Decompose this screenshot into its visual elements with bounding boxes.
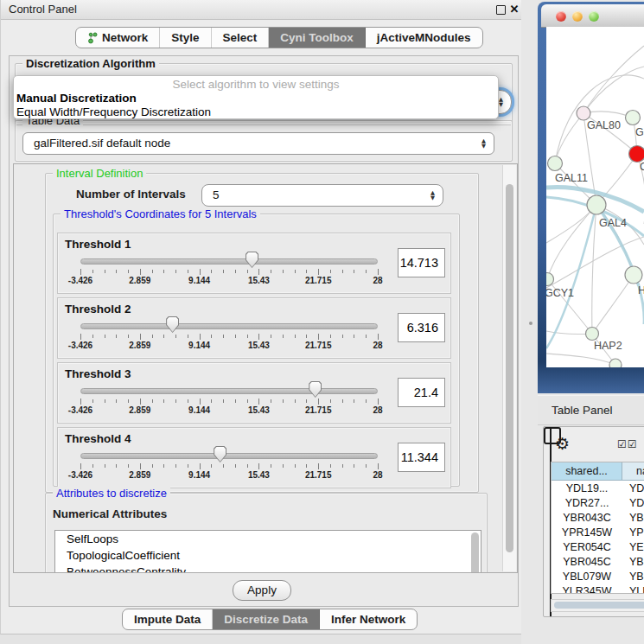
network-node-label: C bbox=[640, 161, 644, 173]
table-cell[interactable]: YER054C bbox=[552, 540, 622, 555]
table-cell[interactable]: YLR3 bbox=[622, 584, 644, 594]
panel-divider[interactable] bbox=[521, 0, 538, 644]
numerical-attributes-list[interactable]: SelfLoopsTopologicalCoefficientBetweenne… bbox=[54, 530, 481, 573]
close-icon[interactable]: ✕ bbox=[508, 3, 520, 16]
tick-label: 21.715 bbox=[305, 405, 332, 415]
table-cell[interactable]: YBR0 bbox=[622, 555, 644, 570]
table-row[interactable]: YBL079WYBL0 bbox=[552, 570, 644, 584]
tick-label: 2.859 bbox=[129, 341, 150, 350]
tab-jactivemnodules[interactable]: jActiveMNodules bbox=[366, 28, 482, 48]
tab-cyni-toolbox[interactable]: Cyni Toolbox bbox=[269, 28, 366, 48]
table-row[interactable]: YBR045CYBR0 bbox=[552, 555, 644, 570]
mode-tab-infer-network[interactable]: Infer Network bbox=[320, 609, 417, 629]
slider-track[interactable] bbox=[80, 453, 378, 459]
table-row[interactable]: YBR043CYBR0 bbox=[552, 511, 644, 526]
slider-thumb[interactable] bbox=[166, 316, 179, 333]
network-node[interactable] bbox=[546, 273, 554, 286]
slider-thumb[interactable] bbox=[214, 446, 226, 462]
tick-label: 15.43 bbox=[248, 276, 270, 285]
tab-style[interactable]: Style bbox=[160, 28, 211, 48]
table-row[interactable]: YDL19...YDL1 bbox=[552, 481, 644, 496]
settings-vertical-scrollbar[interactable] bbox=[502, 165, 516, 571]
slider-thumb[interactable] bbox=[309, 381, 322, 398]
attributes-list-scrollbar[interactable] bbox=[471, 532, 479, 573]
tick-label: -3.426 bbox=[68, 470, 92, 480]
slider-track[interactable] bbox=[80, 388, 378, 394]
tab-label: jActiveMNodules bbox=[377, 31, 471, 44]
tick-label: 2.859 bbox=[129, 405, 150, 415]
slider-ticks bbox=[80, 334, 378, 341]
slider-thumb[interactable] bbox=[245, 252, 258, 268]
table-column-header[interactable]: na bbox=[622, 462, 644, 481]
table-cell[interactable]: YDR27... bbox=[552, 496, 622, 511]
table-row[interactable]: YPR145WYPR1 bbox=[552, 526, 644, 540]
minimize-traffic-light-icon[interactable] bbox=[572, 11, 583, 22]
table-cell[interactable]: YDR2 bbox=[622, 496, 644, 511]
thresholds-group: Threshold's Coordinates for 5 Intervals … bbox=[53, 214, 460, 487]
tab-network[interactable]: Network bbox=[76, 28, 160, 48]
tick-label: 28 bbox=[373, 276, 382, 285]
mode-tab-discretize-data[interactable]: Discretize Data bbox=[213, 609, 320, 629]
network-node[interactable] bbox=[609, 359, 622, 367]
table-cell[interactable]: YDL19... bbox=[552, 481, 622, 496]
network-node[interactable] bbox=[577, 106, 590, 120]
algorithm-option[interactable]: Manual Discretization bbox=[14, 92, 498, 105]
attribute-list-item[interactable]: BetweennessCentrality bbox=[55, 564, 481, 573]
table-data-combobox[interactable]: galFiltered.sif default node ▲▼ bbox=[22, 132, 494, 155]
table-cell[interactable]: YBR045C bbox=[552, 555, 622, 570]
table-cell[interactable]: YER0 bbox=[622, 540, 644, 555]
table-column-header[interactable]: shared... bbox=[552, 462, 622, 481]
network-node[interactable] bbox=[586, 328, 599, 341]
table-row[interactable]: YLR345WYLR3 bbox=[552, 584, 644, 594]
threshold-slider[interactable]: -3.4262.8599.14415.4321.71528 bbox=[80, 363, 378, 424]
threshold-slider[interactable]: -3.4262.8599.14415.4321.71528 bbox=[80, 233, 378, 295]
table-row[interactable]: YER054CYER0 bbox=[552, 540, 644, 555]
node-table[interactable]: shared...naYDL19...YDL1YDR27...YDR2YBR04… bbox=[551, 462, 644, 594]
scrollbar-thumb[interactable] bbox=[554, 602, 644, 609]
threshold-slider[interactable]: -3.4262.8599.14415.4321.71528 bbox=[80, 298, 378, 360]
select-columns-checkboxes-icon[interactable]: ☑☑ bbox=[617, 438, 638, 450]
table-cell[interactable]: YBL079W bbox=[552, 570, 622, 584]
network-view-titlebar[interactable] bbox=[541, 4, 644, 28]
table-cell[interactable]: YBR0 bbox=[622, 511, 644, 526]
apply-button[interactable]: Apply bbox=[233, 580, 291, 601]
spinner-arrows-icon: ▲▼ bbox=[430, 191, 435, 201]
algorithm-option[interactable]: Equal Width/Frequency Discretization bbox=[14, 105, 498, 119]
zoom-traffic-light-icon[interactable] bbox=[589, 11, 599, 22]
window-footer-strip bbox=[0, 634, 538, 644]
attribute-list-item[interactable]: TopologicalCoefficient bbox=[55, 547, 481, 564]
network-node[interactable] bbox=[626, 111, 641, 125]
network-edge bbox=[547, 205, 596, 279]
mode-tab-impute-data[interactable]: Impute Data bbox=[123, 609, 213, 629]
tab-select[interactable]: Select bbox=[212, 28, 270, 48]
float-window-icon[interactable] bbox=[496, 5, 506, 15]
table-cell[interactable]: YDL1 bbox=[622, 481, 644, 496]
scrollbar-thumb[interactable] bbox=[506, 184, 513, 552]
gear-icon[interactable]: ⚙ bbox=[555, 434, 570, 453]
threshold-value-field[interactable]: 6.316 bbox=[398, 313, 445, 342]
network-node-label: GAL11 bbox=[555, 172, 588, 184]
network-node[interactable] bbox=[629, 146, 644, 163]
threshold-value-field[interactable]: 14.713 bbox=[398, 248, 445, 277]
slider-track[interactable] bbox=[80, 323, 378, 329]
threshold-value-field[interactable]: 11.344 bbox=[398, 443, 445, 472]
network-canvas[interactable]: GAL80GCGAL11GAL4HGCY1HAP2 bbox=[546, 27, 644, 367]
network-node[interactable] bbox=[625, 266, 642, 284]
table-cell[interactable]: YPR145W bbox=[552, 526, 622, 540]
threshold-slider[interactable]: -3.4262.8599.14415.4321.71528 bbox=[80, 428, 378, 489]
table-cell[interactable]: YBR043C bbox=[552, 511, 622, 526]
slider-ticks bbox=[80, 269, 378, 276]
table-horizontal-scrollbar[interactable] bbox=[551, 599, 644, 612]
close-traffic-light-icon[interactable] bbox=[556, 11, 566, 22]
table-cell[interactable]: YLR345W bbox=[552, 584, 622, 594]
number-of-intervals-spinner[interactable]: 5 ▲▼ bbox=[201, 184, 443, 207]
application-window: Control Panel ✕ NetworkStyleSelectCyni T… bbox=[0, 0, 644, 644]
table-row[interactable]: YDR27...YDR2 bbox=[552, 496, 644, 511]
attribute-list-item[interactable]: SelfLoops bbox=[55, 531, 481, 547]
threshold-value-field[interactable]: 21.4 bbox=[398, 378, 445, 407]
network-node[interactable] bbox=[587, 195, 606, 214]
table-cell[interactable]: YBL0 bbox=[622, 570, 644, 584]
slider-track[interactable] bbox=[80, 258, 378, 265]
table-cell[interactable]: YPR1 bbox=[622, 526, 644, 540]
network-node[interactable] bbox=[548, 156, 563, 171]
